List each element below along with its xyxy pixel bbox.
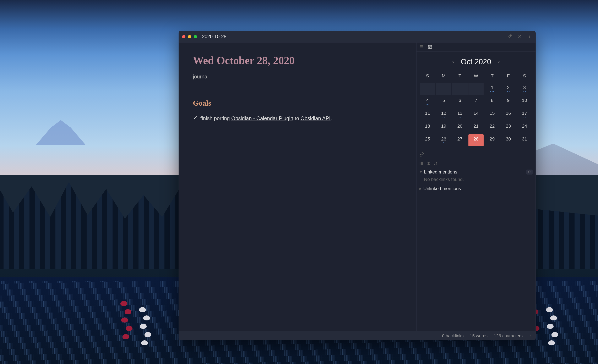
status-bar: 0 backlinks 15 words 126 characters: [179, 331, 535, 340]
status-chevron-right-icon[interactable]: [529, 333, 532, 338]
calendar-day[interactable]: 7: [468, 96, 484, 108]
calendar-blank-day: [468, 83, 484, 95]
svg-point-0: [529, 35, 530, 35]
calendar-day-today[interactable]: 28: [468, 134, 484, 146]
journal-tag-link[interactable]: journal: [193, 73, 208, 81]
calendar-day-of-week: F: [501, 71, 516, 82]
maximize-window-button[interactable]: [194, 35, 197, 38]
calendar-day[interactable]: 31: [517, 134, 532, 146]
calendar-day[interactable]: 13: [452, 109, 468, 121]
editor-pane[interactable]: Wed October 28, 2020 journal Goals finis…: [179, 42, 416, 331]
status-chars: 126 characters: [494, 333, 523, 338]
no-backlinks-message: No backlinks found.: [419, 177, 532, 182]
calendar-next-icon[interactable]: [497, 59, 501, 65]
calendar-grid: SMTWTFS123456789101112131415161718192021…: [420, 71, 532, 146]
unlinked-mentions-label: Unlinked mentions: [423, 186, 461, 191]
outline-tab-icon[interactable]: [419, 44, 424, 50]
show-more-context-icon[interactable]: [426, 162, 431, 166]
calendar-blank-day: [436, 83, 451, 95]
svg-point-15: [420, 164, 420, 165]
svg-point-2: [529, 37, 530, 38]
calendar-day-of-week: W: [468, 71, 484, 82]
desktop-wallpaper: 2020-10-28 Wed October 28, 2020 journal …: [0, 0, 598, 364]
more-icon[interactable]: [527, 34, 532, 40]
calendar-day-of-week: S: [420, 71, 435, 82]
close-tab-icon[interactable]: [517, 34, 522, 40]
task-text-suffix: .: [331, 115, 332, 121]
calendar-day[interactable]: 25: [420, 134, 435, 146]
calendar-day[interactable]: 8: [484, 96, 500, 108]
calendar-day[interactable]: 9: [501, 96, 516, 108]
close-window-button[interactable]: [182, 35, 185, 38]
linked-mentions-header[interactable]: ▼ Linked mentions 0: [419, 169, 532, 175]
svg-point-13: [420, 162, 420, 163]
calendar-day[interactable]: 22: [484, 121, 500, 133]
titlebar: 2020-10-28: [179, 31, 535, 42]
calendar-day-of-week: T: [452, 71, 468, 82]
calendar-day[interactable]: 19: [436, 121, 451, 133]
task-text: finish porting Obsidian - Calendar Plugi…: [200, 114, 332, 122]
calendar-day[interactable]: 27: [452, 134, 468, 146]
collapse-results-icon[interactable]: [419, 162, 424, 166]
svg-rect-6: [428, 45, 432, 48]
calendar-day[interactable]: 12: [436, 109, 451, 121]
calendar-day[interactable]: 30: [501, 134, 516, 146]
goals-heading: Goals: [193, 97, 402, 109]
task-link-1[interactable]: Obsidian - Calendar Plugin: [231, 115, 293, 121]
calendar-blank-day: [420, 83, 435, 95]
calendar-day[interactable]: 14: [468, 109, 484, 121]
disclosure-triangle-down-icon: ▼: [419, 170, 422, 174]
calendar-day-of-week: M: [436, 71, 451, 82]
svg-point-1: [529, 36, 530, 37]
right-sidebar: Oct 2020 SMTWTFS123456789101112131415161…: [416, 42, 535, 331]
calendar-day[interactable]: 20: [452, 121, 468, 133]
backlinks-tab-icon[interactable]: [419, 152, 424, 158]
wallpaper-flowers-left: [112, 277, 170, 360]
edit-icon[interactable]: [507, 34, 512, 40]
calendar-blank-day: [452, 83, 468, 95]
calendar-day[interactable]: 2: [501, 83, 516, 95]
calendar-widget: Oct 2020 SMTWTFS123456789101112131415161…: [416, 52, 535, 150]
calendar-day[interactable]: 16: [501, 109, 516, 121]
note-heading: Wed October 28, 2020: [193, 53, 402, 69]
linked-mentions-label: Linked mentions: [424, 169, 457, 175]
calendar-day[interactable]: 21: [468, 121, 484, 133]
calendar-day[interactable]: 6: [452, 96, 468, 108]
svg-point-14: [420, 163, 420, 164]
calendar-day[interactable]: 11: [420, 109, 435, 121]
calendar-tab-icon[interactable]: [428, 44, 432, 50]
calendar-day[interactable]: 3: [517, 83, 532, 95]
wallpaper-mountain: [36, 120, 86, 145]
window-title: 2020-10-28: [202, 34, 226, 40]
linked-mentions-count: 0: [526, 170, 532, 175]
calendar-day[interactable]: 15: [484, 109, 500, 121]
task-text-mid: to: [293, 115, 300, 121]
disclosure-triangle-right-icon: ▶: [419, 187, 422, 190]
sidebar-tabs: [416, 42, 535, 52]
calendar-day-of-week: S: [517, 71, 532, 82]
task-link-2[interactable]: Obsidian API: [300, 115, 331, 121]
task-text-prefix: finish porting: [200, 115, 231, 121]
backlinks-panel: ▼ Linked mentions 0 No backlinks found. …: [416, 150, 535, 331]
calendar-day[interactable]: 29: [484, 134, 500, 146]
calendar-day[interactable]: 18: [420, 121, 435, 133]
calendar-day[interactable]: 23: [501, 121, 516, 133]
calendar-day[interactable]: 26: [436, 134, 451, 146]
calendar-day[interactable]: 1: [484, 83, 500, 95]
unlinked-mentions-header[interactable]: ▶ Unlinked mentions: [419, 186, 532, 191]
task-checkbox-checked-icon[interactable]: [193, 115, 198, 120]
calendar-title: Oct 2020: [461, 57, 491, 66]
minimize-window-button[interactable]: [188, 35, 191, 38]
sort-icon[interactable]: [433, 162, 438, 166]
status-backlinks[interactable]: 0 backlinks: [442, 333, 464, 338]
status-words: 15 words: [470, 333, 488, 338]
task-item[interactable]: finish porting Obsidian - Calendar Plugi…: [193, 114, 402, 122]
calendar-day[interactable]: 17: [517, 109, 532, 121]
obsidian-window: 2020-10-28 Wed October 28, 2020 journal …: [179, 31, 536, 340]
calendar-day[interactable]: 10: [517, 96, 532, 108]
calendar-prev-icon[interactable]: [451, 59, 455, 65]
traffic-lights: [182, 35, 197, 38]
calendar-day[interactable]: 5: [436, 96, 451, 108]
calendar-day[interactable]: 4: [420, 96, 435, 108]
calendar-day[interactable]: 24: [517, 121, 532, 133]
